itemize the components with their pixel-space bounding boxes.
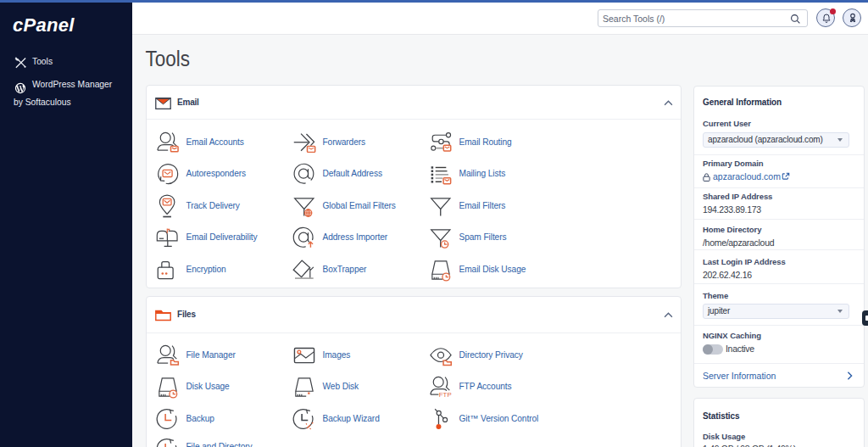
svg-text:FTP: FTP [439, 391, 452, 399]
svg-text:Tools: Tools [146, 46, 191, 71]
